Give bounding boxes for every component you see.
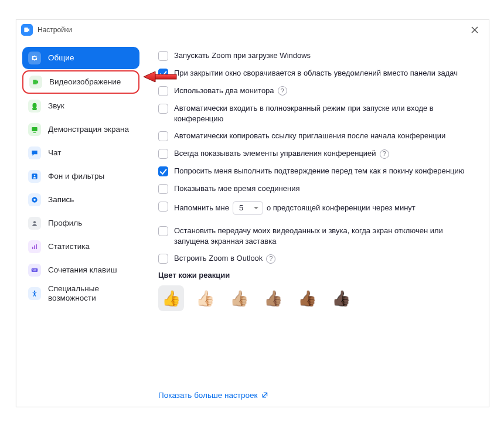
sidebar-item-label: Статистика [48,242,90,251]
record-icon [28,193,41,206]
more-settings-link[interactable]: Показать больше настроек [158,391,268,400]
sidebar-item-label: Видеоизображение [49,77,121,87]
svg-point-2 [34,175,36,177]
option-label: Автоматически копировать ссылку приглаше… [174,131,476,141]
svg-rect-10 [33,270,33,270]
option-label: Всегда показывать элементы управления ко… [174,148,476,159]
option-label: Запускать Zoom при загрузке Windows [174,50,476,61]
sidebar-item-label2: возможности [48,294,99,303]
svg-rect-12 [35,270,36,270]
svg-point-14 [34,291,35,292]
checkbox[interactable] [158,86,168,96]
option-label: Остановить передачу моих видеоданных и з… [174,226,476,246]
sidebar-item-share[interactable]: Демонстрация экрана [22,118,139,141]
skin-tone-option[interactable]: 👍🏻 [192,285,218,311]
sidebar-item-label: Профиль [48,219,82,228]
option-label: Использовать два монитора? [174,86,476,96]
checkbox[interactable] [158,149,168,159]
window-title: Настройки [38,26,466,34]
option-row: Использовать два монитора? [158,86,476,96]
sidebar-item-chat[interactable]: Чат [22,142,139,164]
checkbox[interactable] [158,104,168,114]
sidebar-item-label: Чат [48,148,61,158]
sidebar-item-audio[interactable]: Звук [22,95,139,117]
access-icon [28,287,41,300]
chat-icon [28,146,41,159]
sidebar-item-label: Звук [48,101,64,111]
profile-icon [28,217,41,230]
stats-icon [28,240,41,253]
option-label: Попросить меня выполнить подтверждение п… [174,166,476,176]
option-row: Запускать Zoom при загрузке Windows [158,50,476,61]
checkbox[interactable] [158,51,168,61]
option-row: Показывать мое время соединения [158,183,476,194]
svg-point-4 [33,199,36,201]
sidebar-item-profile[interactable]: Профиль [22,212,139,234]
settings-content: Запускать Zoom при загрузке WindowsПри з… [145,40,489,407]
sidebar-item-record[interactable]: Запись [22,189,139,211]
sidebar-item-stats[interactable]: Статистика [22,236,139,258]
sidebar-item-gear[interactable]: Общие [22,47,139,69]
sidebar-item-label: Запись [48,195,74,205]
checkbox[interactable] [158,131,168,141]
option-row: Встроить Zoom в Outlook? [158,253,476,264]
skin-tone-row: 👍👍🏻👍🏼👍🏽👍🏾👍🏿 [158,285,476,311]
skin-tone-option[interactable]: 👍🏽 [260,285,286,311]
video-icon [29,76,42,88]
titlebar: Настройки [16,20,489,40]
svg-rect-11 [34,270,35,270]
sidebar-item-label: Демонстрация экрана [48,125,129,134]
sidebar-item-access[interactable]: Специальныевозможности [22,282,139,305]
option-row: Автоматически входить в полноэкранный ре… [158,103,476,124]
option-label: Автоматически входить в полноэкранный ре… [174,103,476,124]
sidebar: ОбщиеВидеоизображениеЗвукДемонстрация эк… [16,40,145,407]
option-row: Остановить передачу моих видеоданных и з… [158,226,476,246]
checkbox[interactable] [158,202,168,212]
checkbox[interactable] [158,69,168,79]
skin-tone-option[interactable]: 👍🏼 [226,285,252,311]
sidebar-item-label: Общие [48,53,74,63]
option-row: Автоматически копировать ссылку приглаше… [158,131,476,141]
gear-icon [28,52,41,64]
sidebar-item-bg[interactable]: Фон и фильтры [22,165,139,188]
svg-rect-6 [32,247,33,249]
skin-tone-option[interactable]: 👍 [158,285,184,311]
share-icon [28,123,41,136]
skin-tone-option[interactable]: 👍🏿 [328,285,354,311]
option-label: Встроить Zoom в Outlook? [174,253,476,264]
svg-rect-0 [32,127,37,131]
option-row: Напомнить мне5о предстоящей конференции … [158,201,476,215]
option-label: Напомнить мне5о предстоящей конференции … [174,201,476,215]
app-logo-icon [21,24,33,36]
option-label: Показывать мое время соединения [174,183,476,194]
sidebar-item-label: Сочетания клавиш [48,265,117,275]
sidebar-item-video[interactable]: Видеоизображение [22,70,139,94]
sidebar-item-keyboard[interactable]: Сочетания клавиш [22,259,139,281]
bg-icon [28,170,41,183]
remind-minutes-select[interactable]: 5 [233,201,263,215]
skin-tone-label: Цвет кожи реакции [158,271,476,280]
help-icon[interactable]: ? [278,86,287,96]
option-label: При закрытии окно сворачивается в област… [174,68,476,79]
sidebar-item-label: Фон и фильтры [48,172,104,181]
help-icon[interactable]: ? [380,149,389,159]
option-row: Попросить меня выполнить подтверждение п… [158,166,476,176]
svg-rect-13 [33,271,36,271]
keyboard-icon [28,264,41,277]
option-row: При закрытии окно сворачивается в област… [158,68,476,79]
checkbox[interactable] [158,254,168,264]
skin-tone-option[interactable]: 👍🏾 [294,285,320,311]
option-row: Всегда показывать элементы управления ко… [158,148,476,159]
svg-rect-8 [36,244,37,249]
checkbox[interactable] [158,184,168,194]
svg-rect-7 [34,246,35,249]
sidebar-item-label: Специальные [48,284,99,294]
help-icon[interactable]: ? [266,254,275,264]
audio-icon [28,100,41,113]
close-button[interactable] [466,22,483,38]
checkbox[interactable] [158,226,168,236]
more-settings-label: Показать больше настроек [158,391,257,400]
checkbox[interactable] [158,166,168,176]
svg-point-5 [33,221,36,223]
